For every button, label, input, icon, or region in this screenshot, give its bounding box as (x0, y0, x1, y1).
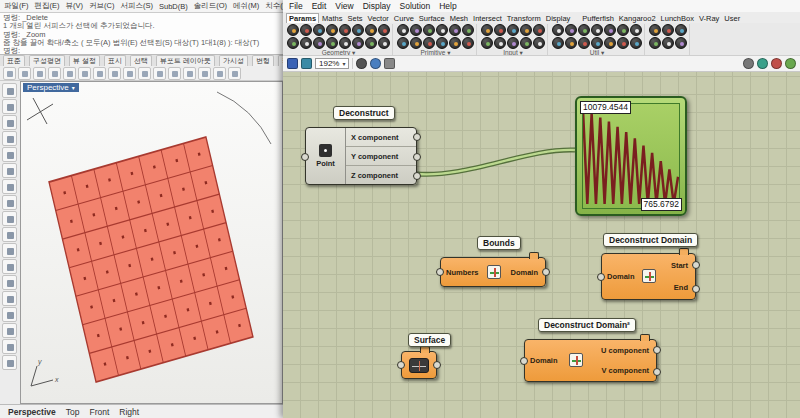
palette-icon[interactable] (481, 37, 493, 49)
menu-item[interactable]: 솔리드(O) (194, 1, 227, 11)
palette-icon[interactable] (378, 24, 390, 36)
menu-item[interactable]: 치수(D) (265, 1, 283, 11)
sidebar-icon[interactable] (2, 131, 17, 146)
sidebar-icon[interactable] (2, 275, 17, 290)
palette-icon[interactable] (591, 24, 603, 36)
deconstruct-point-component[interactable]: Point X component Y component Z componen… (305, 127, 417, 185)
tab-surface[interactable]: Surface (417, 14, 447, 23)
sidebar-icon[interactable] (2, 163, 17, 178)
group-label-surface[interactable]: Surface (408, 333, 451, 347)
toolbar-icon[interactable] (108, 67, 121, 80)
toolbar-tab[interactable]: 변형 (252, 55, 274, 66)
tab-curve[interactable]: Curve (392, 14, 416, 23)
sidebar-icon[interactable] (2, 115, 17, 130)
zoom-level-select[interactable]: 192% ▾ (315, 58, 349, 69)
tab-vray[interactable]: V-Ray (697, 14, 721, 23)
palette-icon[interactable] (462, 37, 474, 49)
tab-transform[interactable]: Transform (505, 14, 543, 23)
toolbar-icon[interactable] (183, 67, 196, 80)
y-output-nub[interactable] (413, 153, 421, 161)
palette-icon[interactable] (397, 37, 409, 49)
ribbon-group-label[interactable]: Primitive ▾ (397, 49, 474, 56)
toolbar-tab[interactable]: 표준 (3, 55, 25, 66)
palette-icon[interactable] (378, 37, 390, 49)
toolbar-icon[interactable] (153, 67, 166, 80)
save-as-icon[interactable] (301, 58, 312, 69)
menu-item-solution[interactable]: Solution (400, 1, 431, 11)
palette-icon[interactable] (591, 37, 603, 49)
palette-icon[interactable] (630, 24, 642, 36)
palette-icon[interactable] (533, 37, 545, 49)
sidebar-icon[interactable] (2, 179, 17, 194)
output-u-component[interactable]: U component (588, 346, 656, 355)
toolbar-icon[interactable] (123, 67, 136, 80)
menu-item[interactable]: 뷰(V) (66, 1, 84, 11)
graph-display-component[interactable]: 10079.4544 765.6792 (575, 96, 687, 216)
palette-icon[interactable] (300, 24, 312, 36)
domain2-input-nub[interactable] (520, 357, 528, 365)
palette-icon[interactable] (649, 37, 661, 49)
palette-icon[interactable] (436, 24, 448, 36)
group-label-deconstruct[interactable]: Deconstruct (333, 106, 395, 120)
palette-icon[interactable] (507, 24, 519, 36)
output-v-component[interactable]: V component (588, 366, 656, 375)
palette-icon[interactable] (397, 24, 409, 36)
palette-icon[interactable] (604, 24, 616, 36)
command-prompt[interactable]: 명령: (3, 47, 280, 55)
palette-icon[interactable] (287, 24, 299, 36)
palette-icon[interactable] (300, 37, 312, 49)
palette-icon[interactable] (494, 24, 506, 36)
palette-icon[interactable] (313, 37, 325, 49)
point-input-nub[interactable] (301, 153, 309, 161)
menu-item[interactable]: 서피스(S) (121, 1, 154, 11)
group-label-bounds[interactable]: Bounds (477, 236, 521, 250)
palette-icon[interactable] (339, 37, 351, 49)
sidebar-icon[interactable] (2, 243, 17, 258)
toolbar-icon[interactable] (33, 67, 46, 80)
toolbar-icon[interactable] (63, 67, 76, 80)
sidebar-icon[interactable] (2, 147, 17, 162)
toolbar-tab[interactable]: 구성평면 (29, 55, 65, 66)
perspective-viewport[interactable]: Perspective ▾ (20, 81, 283, 404)
palette-icon[interactable] (313, 24, 325, 36)
tab-params[interactable]: Params (286, 13, 319, 23)
bounds-output-label[interactable]: Domain (510, 258, 538, 286)
bounds-component[interactable]: Numbers Domain (440, 257, 546, 287)
z-output-nub[interactable] (413, 172, 421, 180)
palette-icon[interactable] (662, 37, 674, 49)
ribbon-group-label[interactable]: Util ▾ (552, 49, 642, 56)
palette-icon[interactable] (365, 24, 377, 36)
tab-display[interactable]: Display (544, 14, 573, 23)
bounds-output-nub[interactable] (542, 268, 550, 276)
group-label-deconstruct-domain[interactable]: Deconstruct Domain (603, 233, 698, 247)
palette-icon[interactable] (578, 24, 590, 36)
toolbar-icon[interactable] (3, 67, 16, 80)
view-tab-perspective[interactable]: Perspective (8, 407, 56, 417)
toolbar-tab[interactable]: 뷰 설정 (69, 55, 100, 66)
deconstruct-domain2-component[interactable]: Domain U component V component (524, 339, 657, 382)
tab-maths[interactable]: Maths (320, 14, 344, 23)
menu-item-help[interactable]: Help (439, 1, 456, 11)
palette-icon[interactable] (326, 37, 338, 49)
output-z-component[interactable]: Z component (346, 166, 416, 184)
palette-icon[interactable] (436, 37, 448, 49)
surface-param-component[interactable] (401, 351, 437, 379)
ribbon-group-label[interactable]: Input ▾ (481, 49, 545, 56)
toolbar-icon[interactable] (138, 67, 151, 80)
palette-icon[interactable] (604, 37, 616, 49)
v-output-nub[interactable] (653, 368, 661, 376)
palette-icon[interactable] (449, 24, 461, 36)
menu-item-display[interactable]: Display (363, 1, 391, 11)
toolbar-icon[interactable] (18, 67, 31, 80)
menu-item[interactable]: 파일(F) (4, 1, 29, 11)
palette-icon[interactable] (675, 37, 687, 49)
end-output-nub[interactable] (692, 285, 700, 293)
palette-icon[interactable] (533, 24, 545, 36)
bounds-input-nub[interactable] (436, 268, 444, 276)
palette-icon[interactable] (410, 24, 422, 36)
palette-icon[interactable] (494, 37, 506, 49)
palette-icon[interactable] (449, 37, 461, 49)
tab-intersect[interactable]: Intersect (471, 14, 504, 23)
x-output-nub[interactable] (413, 133, 421, 141)
sidebar-icon[interactable] (2, 99, 17, 114)
